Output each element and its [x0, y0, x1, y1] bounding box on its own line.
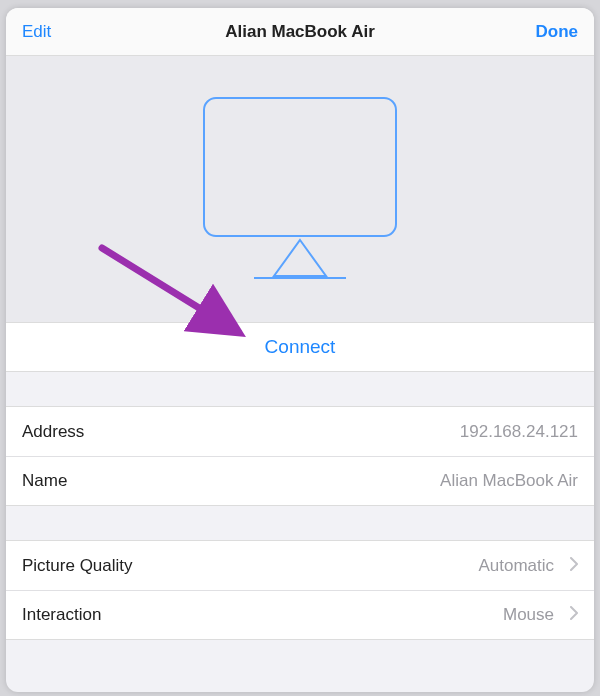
chevron-right-icon: [570, 605, 578, 625]
svg-rect-0: [204, 98, 396, 236]
picture-quality-row[interactable]: Picture Quality Automatic: [6, 541, 594, 590]
device-detail-sheet: Edit Alian MacBook Air Done Connect Addr…: [6, 8, 594, 692]
section-gap: [6, 506, 594, 540]
interaction-value: Mouse: [503, 605, 554, 625]
name-value: Alian MacBook Air: [440, 471, 578, 491]
details-list: Address 192.168.24.121 Name Alian MacBoo…: [6, 406, 594, 506]
interaction-row[interactable]: Interaction Mouse: [6, 590, 594, 639]
name-row: Name Alian MacBook Air: [6, 456, 594, 505]
name-label: Name: [22, 471, 430, 491]
connect-label: Connect: [265, 336, 336, 358]
svg-marker-1: [274, 240, 326, 276]
done-button[interactable]: Done: [518, 22, 578, 42]
address-row: Address 192.168.24.121: [6, 407, 594, 456]
monitor-icon: [200, 94, 400, 284]
interaction-label: Interaction: [22, 605, 493, 625]
device-preview: [6, 56, 594, 322]
picture-quality-label: Picture Quality: [22, 556, 468, 576]
section-gap: [6, 372, 594, 406]
picture-quality-value: Automatic: [478, 556, 554, 576]
nav-bar: Edit Alian MacBook Air Done: [6, 8, 594, 56]
edit-button[interactable]: Edit: [22, 22, 82, 42]
settings-list: Picture Quality Automatic Interaction Mo…: [6, 540, 594, 640]
chevron-right-icon: [570, 556, 578, 576]
connect-button[interactable]: Connect: [6, 322, 594, 372]
address-value: 192.168.24.121: [460, 422, 578, 442]
address-label: Address: [22, 422, 450, 442]
page-title: Alian MacBook Air: [82, 22, 518, 42]
